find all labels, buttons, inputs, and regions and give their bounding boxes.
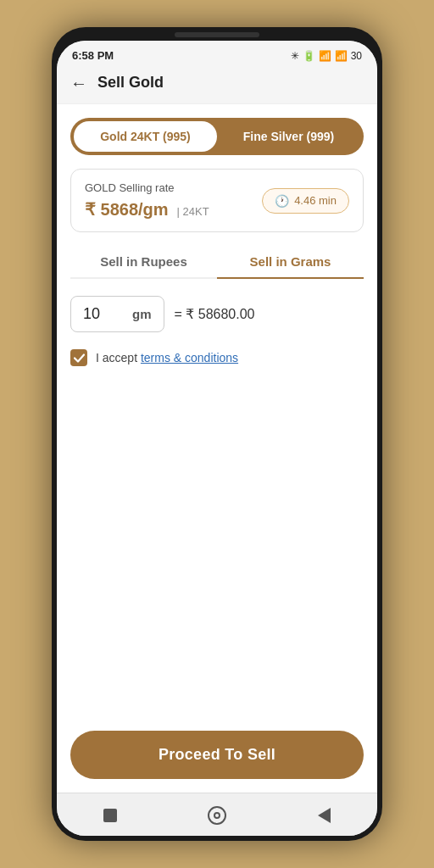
nav-back-button[interactable] xyxy=(312,804,336,827)
back-icon xyxy=(318,808,331,823)
status-icons: ✳ 🔋 📶 📶 30 xyxy=(291,50,362,62)
home-icon-inner xyxy=(214,812,220,819)
timer-icon: 🕐 xyxy=(275,194,289,208)
input-row: gm = ₹ 58680.00 xyxy=(70,296,364,332)
status-bar: 6:58 PM ✳ 🔋 📶 📶 30 xyxy=(57,41,377,65)
phone-frame: 6:58 PM ✳ 🔋 📶 📶 30 ← Sell Gold Gold 24KT… xyxy=(52,27,382,841)
signal-icon: 📶 xyxy=(319,50,331,62)
phone-screen: 6:58 PM ✳ 🔋 📶 📶 30 ← Sell Gold Gold 24KT… xyxy=(57,41,377,836)
spacer xyxy=(70,380,364,710)
unit-label: gm xyxy=(132,307,152,321)
amount-input-box: gm xyxy=(70,296,164,332)
converted-value: = ₹ 58680.00 xyxy=(175,306,255,322)
rate-label: GOLD Selling rate xyxy=(85,181,209,194)
status-time: 6:58 PM xyxy=(72,49,114,62)
tab-sell-grams[interactable]: Sell in Grams xyxy=(217,246,364,279)
page-title: Sell Gold xyxy=(97,74,164,92)
battery-icon: 🔋 xyxy=(303,50,315,62)
header: ← Sell Gold xyxy=(57,65,377,104)
battery-percent: 30 xyxy=(351,50,362,62)
tab-gold[interactable]: Gold 24KT (995) xyxy=(74,121,217,152)
nav-square-button[interactable] xyxy=(98,804,122,827)
terms-checkbox[interactable] xyxy=(70,349,87,366)
tab-silver[interactable]: Fine Silver (999) xyxy=(217,121,360,152)
rate-timer: 🕐 4.46 min xyxy=(262,188,349,214)
bluetooth-icon: ✳ xyxy=(291,50,299,62)
terms-row: I accept terms & conditions xyxy=(70,349,364,366)
phone-notch xyxy=(175,32,259,37)
timer-value: 4.46 min xyxy=(294,194,337,207)
metal-tab-bar: Gold 24KT (995) Fine Silver (999) xyxy=(70,118,364,155)
terms-link[interactable]: terms & conditions xyxy=(141,351,238,364)
tab-sell-rupees[interactable]: Sell in Rupees xyxy=(70,246,217,279)
main-content: Gold 24KT (995) Fine Silver (999) GOLD S… xyxy=(57,104,377,793)
rate-value: ₹ 5868/gm xyxy=(85,199,169,220)
square-icon xyxy=(103,809,117,822)
proceed-to-sell-button[interactable]: Proceed To Sell xyxy=(70,731,364,779)
rate-unit: | 24KT xyxy=(177,205,209,218)
rate-card: GOLD Selling rate ₹ 5868/gm | 24KT 🕐 4.4… xyxy=(70,169,364,232)
amount-input[interactable] xyxy=(83,305,125,323)
back-button[interactable]: ← xyxy=(70,75,87,92)
wifi-icon: 📶 xyxy=(335,50,348,62)
terms-label: I accept terms & conditions xyxy=(96,351,238,364)
home-icon xyxy=(208,806,226,825)
bottom-nav xyxy=(57,793,377,836)
rate-info: GOLD Selling rate ₹ 5868/gm | 24KT xyxy=(85,181,209,220)
nav-home-button[interactable] xyxy=(205,804,229,827)
sell-mode-tabs: Sell in Rupees Sell in Grams xyxy=(70,246,364,279)
